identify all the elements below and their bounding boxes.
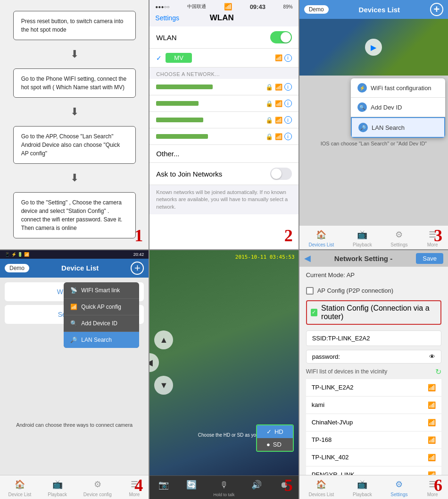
p3-menu-add-dev[interactable]: 🔍 Add Dev ID xyxy=(351,98,445,117)
p3-tab-settings[interactable]: ⚙ Settings xyxy=(390,228,407,247)
p4-statusbar: 📱 ⚡ 🔋 📶 20:42 xyxy=(0,250,149,259)
p2-network-1[interactable]: 🔒 📶 i xyxy=(149,79,298,95)
p2-navbar: Settings WLAN xyxy=(149,11,298,26)
p5-tab-replay[interactable]: 🔄 xyxy=(185,479,198,497)
p2-network-2[interactable]: 🔒 📶 i xyxy=(149,95,298,112)
p4-tab-config-label: Device config xyxy=(83,492,112,497)
p2-title: WLAN xyxy=(210,13,234,23)
p5-up-arrow[interactable]: ▲ xyxy=(154,330,173,349)
p2-info-icon-4[interactable]: i xyxy=(284,133,292,140)
p2-lock-icon-1: 🔒 xyxy=(265,84,273,91)
p4-menu-add-device[interactable]: 🔍 Add Device ID xyxy=(64,315,139,332)
p4-note: Android can choose three ways to connect… xyxy=(5,418,144,431)
p6-wifi-item-6[interactable]: PENGYR_LINK 📶 xyxy=(306,466,441,475)
p3-menu-wifi-fast[interactable]: ⚡ WiFi fast configuration xyxy=(351,78,445,98)
p6-tab-settings[interactable]: ⚙ Settings xyxy=(390,478,407,497)
p6-wifi-name-2: kami xyxy=(312,401,324,408)
p4-content: WIFI Sma... Search D... 📡 WIFI Smart lin… xyxy=(0,278,149,475)
p6-ssid-value: SSID:TP-LINK_E2A2 xyxy=(312,335,370,342)
p2-info-icon-3[interactable]: i xyxy=(284,116,292,124)
p6-wifi-item-1[interactable]: TP-LINK_E2A2 📶 xyxy=(306,379,441,397)
p6-back-button[interactable]: ◀ xyxy=(304,253,311,263)
p2-net-name-selected: MV xyxy=(166,53,192,63)
p3-add-button[interactable]: + xyxy=(430,3,443,16)
p2-content: WLAN ✓ MV 📶 i CHOOSE A NETWORK... 🔒 📶 i xyxy=(149,26,298,249)
p2-other-row[interactable]: Other... xyxy=(149,145,298,163)
p2-network-4[interactable]: 🔒 📶 i xyxy=(149,128,298,145)
p6-tab-playback[interactable]: 📺 Playback xyxy=(353,478,372,497)
p6-tab-playback-label: Playback xyxy=(353,492,372,497)
p5-left-arrow[interactable]: ◀ xyxy=(149,353,159,372)
p2-info-icon[interactable]: i xyxy=(284,54,292,62)
p6-eye-icon[interactable]: 👁 xyxy=(429,353,435,360)
p6-station-config-row[interactable]: ✓ Station Config (Connection via a route… xyxy=(306,300,441,325)
p5-hd-label: HD xyxy=(274,428,283,435)
p3-playback-icon: 📺 xyxy=(356,228,368,241)
p3-tab-devices[interactable]: 🏠 Devices List xyxy=(308,228,334,247)
p4-tab-config[interactable]: ⚙ Device config xyxy=(83,478,112,497)
p2-wlan-toggle[interactable] xyxy=(270,31,292,43)
p2-battery: 89% xyxy=(283,4,293,9)
p5-tab-camera[interactable]: 📷 xyxy=(158,479,170,497)
p3-demo-button[interactable]: Demo xyxy=(304,5,329,14)
p6-wifi-item-4[interactable]: TP-168 📶 xyxy=(306,431,441,449)
p3-play-button[interactable]: ▶ xyxy=(365,39,382,56)
p6-wifi-item-3[interactable]: ChinaNet-JVup 📶 xyxy=(306,414,441,431)
p6-wifi-item-5[interactable]: TP-LINK_402 📶 xyxy=(306,449,441,466)
p6-tab-settings-label: Settings xyxy=(390,492,407,497)
step-number-3: 3 xyxy=(434,226,442,245)
p4-config-icon: ⚙ xyxy=(91,478,104,491)
p6-station-checkbox[interactable]: ✓ xyxy=(311,309,317,316)
p3-menu-lan-search[interactable]: 🔎 LAN Search xyxy=(351,117,445,138)
p5-down-arrow[interactable]: ▼ xyxy=(154,376,173,395)
p4-menu-wifi-smart[interactable]: 📡 WIFI Smart link xyxy=(64,282,139,299)
p4-demo-button[interactable]: Demo xyxy=(5,264,29,272)
step1-text2: Go to the Phone WIFI setting, connect th… xyxy=(21,76,126,91)
p2-selected-network[interactable]: ✓ MV 📶 i xyxy=(149,49,298,68)
p2-info-icon-2[interactable]: i xyxy=(284,100,292,107)
p6-wifi-name-3: ChinaNet-JVup xyxy=(312,419,353,426)
p5-hd-option[interactable]: ✓ HD xyxy=(257,425,293,438)
p2-ask-toggle[interactable] xyxy=(270,168,292,180)
p6-refresh-icon[interactable]: ↻ xyxy=(435,367,441,376)
step1-text3: Go to the APP, Choose "Lan Search" Andro… xyxy=(21,133,120,157)
p5-sd-label: SD xyxy=(273,441,282,448)
p3-ios-note: IOS can choose "Lan Search" or "Add Dev … xyxy=(299,137,448,150)
step1-box4: Go to the "Setting" , Choose the camera … xyxy=(13,192,136,238)
p5-tab-volume[interactable]: 🔊 xyxy=(250,479,263,497)
p2-back-button[interactable]: Settings xyxy=(155,14,179,22)
p3-header: Demo Devices List + xyxy=(299,0,448,19)
p5-sd-option[interactable]: ● SD xyxy=(257,438,293,451)
p3-menu-add-dev-label: Add Dev ID xyxy=(371,104,402,111)
step1-box3: Go to the APP, Choose "Lan Search" Andro… xyxy=(13,126,136,164)
p6-password-input[interactable] xyxy=(340,353,429,360)
p4-menu-lan-search[interactable]: 🔎 LAN Search xyxy=(64,332,139,348)
p6-mode-value: AP xyxy=(347,271,355,279)
panel-2: ●●●○○ 中国联通 📶 09:43 89% Settings WLAN WLA… xyxy=(149,0,298,249)
p3-lan-search-icon: 🔎 xyxy=(358,123,368,132)
p3-dropdown-area: ⚡ WiFi fast configuration 🔍 Add Dev ID 🔎… xyxy=(299,76,448,225)
p6-wifi-name-5: TP-LINK_402 xyxy=(312,454,349,461)
panel-6: ◀ Network Setting - Save Current Mode: A… xyxy=(299,250,448,499)
p6-tab-devices[interactable]: 🏠 Devices List xyxy=(308,478,334,497)
p4-tab-devices-label: Device List xyxy=(8,492,31,497)
p4-menu-quick-ap[interactable]: 📶 Quick AP config xyxy=(64,299,139,315)
p6-password-label: password: xyxy=(312,353,340,360)
p4-tab-playback[interactable]: 📺 Playback xyxy=(48,478,67,497)
p4-add-button[interactable]: + xyxy=(131,262,144,275)
p6-ap-checkbox[interactable] xyxy=(306,287,314,295)
p4-tab-devices[interactable]: 🏠 Device List xyxy=(8,478,31,497)
arrow1: ⬇ xyxy=(70,48,79,60)
p4-tab-playback-label: Playback xyxy=(48,492,67,497)
p2-info-icon-1[interactable]: i xyxy=(284,83,292,91)
p2-wlan-label: WLAN xyxy=(156,34,176,42)
p3-tab-playback[interactable]: 📺 Playback xyxy=(353,228,372,247)
p6-ap-config-row[interactable]: AP Config (P2P connection) xyxy=(306,283,441,298)
p6-wifi-item-2[interactable]: kami 📶 xyxy=(306,397,441,414)
p5-tab-talk[interactable]: 🎙 Hold to talk xyxy=(213,479,234,497)
p2-network-3[interactable]: 🔒 📶 i xyxy=(149,112,298,128)
p6-wifi-list-header: WIFI list of devices in the vicinity ↻ xyxy=(306,367,441,376)
p3-tab-settings-label: Settings xyxy=(390,242,407,247)
p6-save-button[interactable]: Save xyxy=(416,253,443,264)
p6-ssid-row: SSID:TP-LINK_E2A2 xyxy=(306,330,441,346)
